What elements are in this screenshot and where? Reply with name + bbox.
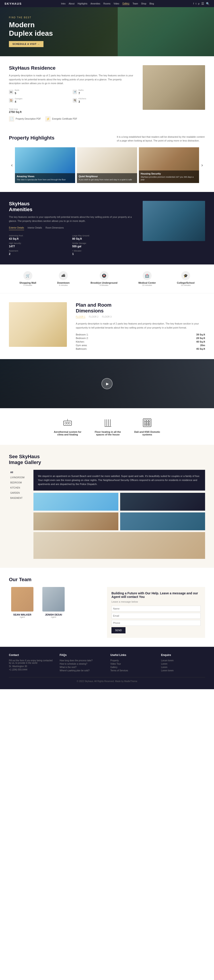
footer-useful-links: Useful Links Property Video Tour Gallery… [110,654,154,673]
filter-livingroom[interactable]: LIVINGROOM [9,475,31,480]
faq-link-1[interactable]: How long does the process take? [60,659,104,662]
faq-link-2[interactable]: How to schedule a viewing? [60,663,104,665]
feature-domotic-title: Dali and KNX Domoticsystems [134,431,160,436]
feature-aerothermal: Aerothermal system forclima and heating [54,417,82,436]
nav-search-icon[interactable]: 🔍 [206,2,209,5]
contact-email-input[interactable] [111,613,201,619]
stat-beds: 🛏 Beds 5 [9,89,70,95]
highlights-section: Property Highlights It is a long establi… [0,130,214,192]
feature-floor-heating-title: Floor heating in all thespaces of the ho… [95,431,121,436]
nav-social-tw[interactable]: t [196,2,197,5]
nav-logo[interactable]: SKYHAUS [5,2,22,5]
team-role-jenish: Agent [40,616,67,618]
floor-tab-3[interactable]: FLOOR 3 [102,316,112,318]
nav-link-highlights[interactable]: Highlights [78,2,87,5]
gallery-title: See SkyHausImage Gallery [9,454,205,465]
carousel-prev-arrow[interactable]: ‹ [9,162,15,168]
tab-interior-details[interactable]: Interior Details [28,226,42,230]
room-bedroom2: Bedroom 2: 28 Sq.ft [76,337,205,339]
highlight-card-3: Housing Security SkyHaus provides premiu… [139,147,199,183]
dist-underground: 🚇 Brooklyn Underground 9 Minutes [90,271,117,286]
filter-basement[interactable]: BASEMENT [9,495,31,501]
filter-bedroom[interactable]: BEDROOM [9,480,31,485]
nav-link-shop[interactable]: Shop [141,2,146,5]
footer-copyright: © 2022 Skyhaus. All Rights Reserved. Mad… [77,680,137,682]
nav-link-gallery[interactable]: Gallery [122,2,130,5]
domotic-icon [141,417,153,428]
gallery-image-2 [120,493,205,511]
svg-point-3 [68,422,70,424]
highlight-title-3: Housing Security [141,172,197,175]
highlights-description: It is a long established fact that reade… [117,135,205,143]
video-play-button[interactable] [101,378,113,389]
filter-garden[interactable]: GARDEN [9,490,31,495]
highlights-title: Property Highlights [9,135,54,141]
faq-link-4[interactable]: Where's parking plan be sold? [60,669,104,672]
hero-cta-button[interactable]: SCHEDULE A VISIT → [9,41,43,47]
contact-name-input[interactable] [111,606,201,611]
nav-link-blog[interactable]: Blog [149,2,154,5]
highlight-desc-3: SkyHaus provides premium residential 24/… [141,176,197,181]
highlight-desc-2: If you wish to get away from noise and s… [79,178,135,181]
subway-icon: 🚇 [100,271,109,280]
footer-contact: Contact Fill out the form if you enjoy b… [9,654,53,673]
nav-social-pt[interactable]: p [198,2,200,5]
nav-menu-icon[interactable]: ☰ [201,2,204,5]
feature-aerothermal-title: Aerothermal system forclima and heating [54,431,82,436]
nav-links: Intro About Highlights Amenities Rooms V… [61,2,154,5]
floor-tab-2[interactable]: FLOOR 2 [89,316,98,318]
nav-link-video[interactable]: Video [114,2,119,5]
nav-link-intro[interactable]: Intro [61,2,65,5]
shopping-mall-icon: 🛒 [24,271,32,280]
highlight-title-2: Quiet Neighbour [79,175,135,178]
useful-link-video[interactable]: Video Tour [110,663,154,665]
nav-right: f t p ☰ 🔍 [193,2,209,5]
dist-school: 🎓 College/School 15 minutes [177,271,194,286]
stat-kitchens: 🍳 Kitchens 3 [73,97,134,103]
plan-image [9,302,67,347]
gallery-section: See SkyHausImage Gallery All LIVINGROOM … [0,445,214,568]
enquire-link-2[interactable]: Lorem [161,663,205,665]
tab-room-dimensions[interactable]: Room Dimensions [46,226,64,230]
filter-kitchen[interactable]: KITCHEN [9,485,31,490]
contact-submit-button[interactable]: SEND [111,627,125,633]
team-name-sean: SEAN WALKER [9,613,36,616]
team-name-jenish: JENISH DESAI [40,613,67,616]
enquire-link-4[interactable]: Lorem lorem [161,669,205,672]
plan-title: Plan and RoomDimensions [76,302,205,314]
room-bathroom: Bathroom: 45 Sq.ft [76,347,205,350]
enquire-link-1[interactable]: Lorum lorem [161,659,205,662]
carousel-next-arrow[interactable]: › [199,162,205,168]
nav-link-about[interactable]: About [69,2,75,5]
nav-social-fb[interactable]: f [193,2,194,5]
useful-link-terms[interactable]: Terms of Services [110,669,154,672]
highlight-desc-1: The view is spectacular from here and th… [17,178,73,181]
amenities-description: The key features section is your opportu… [9,215,134,223]
residence-section: SkyHaus Residence A property description… [0,56,214,130]
floor-tab-1[interactable]: FLOOR 1 [76,316,86,318]
svg-rect-17 [144,424,146,426]
nav-link-amenities[interactable]: Amenities [90,2,100,5]
plan-description: A property description is made up of 2 p… [76,322,205,329]
filter-all[interactable]: All [9,470,31,475]
tab-exterior-details[interactable]: Exterior Details [9,226,24,230]
property-pdf-link[interactable]: 📄 Property Description PDF [9,116,41,122]
gallery-image-1 [33,493,118,511]
nav-link-team[interactable]: Team [133,2,138,5]
faq-link-3[interactable]: What is the rent? [60,666,104,668]
nav-link-rooms[interactable]: Rooms [103,2,111,5]
highlight-card-1: Amazing Views The view is spectacular fr… [15,147,75,183]
svg-rect-18 [146,424,148,426]
contact-subtitle: Leave a message below [111,600,201,603]
useful-link-gallery[interactable]: Gallery [110,666,154,668]
team-title: Our Team [9,577,205,582]
stat-garages: 🏠 Garages 4 [9,97,70,103]
team-section: Our Team SEAN WALKER Agent JENISH DESAI … [0,568,214,647]
gallery-filters: All LIVINGROOM BEDROOM KITCHEN GARDEN BA… [9,470,31,559]
enquire-link-3[interactable]: Lorem [161,666,205,668]
navigation: SKYHAUS Intro About Highlights Amenities… [0,0,214,7]
useful-link-property[interactable]: Property [110,659,154,662]
energetic-pdf-link[interactable]: ⚡ Energetic Certificate PDF [45,116,77,122]
residence-image [143,65,205,110]
contact-phone-input[interactable] [111,620,201,626]
